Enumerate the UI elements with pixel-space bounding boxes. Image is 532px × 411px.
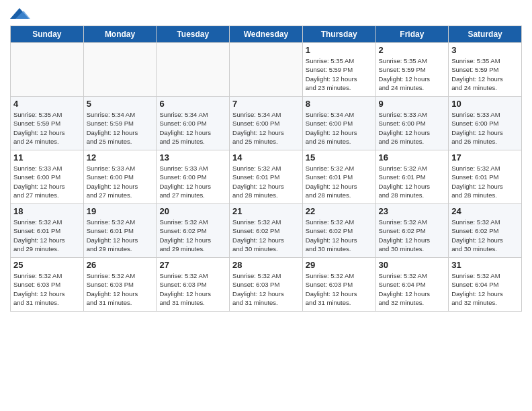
calendar-cell: 8Sunrise: 5:34 AMSunset: 6:00 PMDaylight… xyxy=(302,97,375,150)
calendar-cell: 20Sunrise: 5:32 AMSunset: 6:02 PMDayligh… xyxy=(157,204,230,258)
calendar-cell: 28Sunrise: 5:32 AMSunset: 6:03 PMDayligh… xyxy=(230,258,303,312)
day-number: 23 xyxy=(379,206,446,216)
calendar-cell: 27Sunrise: 5:32 AMSunset: 6:03 PMDayligh… xyxy=(157,258,230,312)
calendar-body: 1Sunrise: 5:35 AMSunset: 5:59 PMDaylight… xyxy=(11,43,522,312)
calendar-cell: 12Sunrise: 5:33 AMSunset: 6:00 PMDayligh… xyxy=(83,150,157,204)
day-number: 8 xyxy=(306,99,373,109)
day-number: 12 xyxy=(87,152,154,163)
calendar-cell: 7Sunrise: 5:34 AMSunset: 6:00 PMDaylight… xyxy=(230,97,303,150)
day-info: Sunrise: 5:33 AMSunset: 6:00 PMDaylight:… xyxy=(379,110,446,146)
calendar-cell: 18Sunrise: 5:32 AMSunset: 6:01 PMDayligh… xyxy=(11,204,84,258)
day-number: 24 xyxy=(451,206,519,216)
day-info: Sunrise: 5:33 AMSunset: 6:00 PMDaylight:… xyxy=(13,164,81,199)
calendar-cell: 25Sunrise: 5:32 AMSunset: 6:03 PMDayligh… xyxy=(11,258,84,312)
calendar-cell: 22Sunrise: 5:32 AMSunset: 6:02 PMDayligh… xyxy=(302,204,375,258)
day-info: Sunrise: 5:33 AMSunset: 6:00 PMDaylight:… xyxy=(87,164,154,199)
calendar-cell: 29Sunrise: 5:32 AMSunset: 6:03 PMDayligh… xyxy=(302,258,375,312)
day-info: Sunrise: 5:32 AMSunset: 6:01 PMDaylight:… xyxy=(232,164,300,199)
day-info: Sunrise: 5:32 AMSunset: 6:04 PMDaylight:… xyxy=(379,271,446,307)
day-info: Sunrise: 5:32 AMSunset: 6:02 PMDaylight:… xyxy=(306,218,373,253)
day-info: Sunrise: 5:32 AMSunset: 6:03 PMDaylight:… xyxy=(13,271,81,307)
day-info: Sunrise: 5:32 AMSunset: 6:03 PMDaylight:… xyxy=(306,271,373,307)
day-number: 13 xyxy=(159,152,226,163)
day-number: 28 xyxy=(232,260,300,270)
calendar-week-row: 11Sunrise: 5:33 AMSunset: 6:00 PMDayligh… xyxy=(11,150,522,204)
day-info: Sunrise: 5:32 AMSunset: 6:01 PMDaylight:… xyxy=(451,164,519,199)
day-info: Sunrise: 5:34 AMSunset: 5:59 PMDaylight:… xyxy=(87,110,154,146)
day-info: Sunrise: 5:34 AMSunset: 6:00 PMDaylight:… xyxy=(232,110,300,146)
calendar-cell xyxy=(83,43,157,97)
logo xyxy=(10,7,32,21)
day-info: Sunrise: 5:32 AMSunset: 6:03 PMDaylight:… xyxy=(87,271,154,307)
calendar-cell: 3Sunrise: 5:35 AMSunset: 5:59 PMDaylight… xyxy=(449,43,522,97)
calendar-cell: 11Sunrise: 5:33 AMSunset: 6:00 PMDayligh… xyxy=(11,150,84,204)
day-info: Sunrise: 5:32 AMSunset: 6:01 PMDaylight:… xyxy=(379,164,446,199)
calendar-cell xyxy=(11,43,84,97)
calendar-cell: 1Sunrise: 5:35 AMSunset: 5:59 PMDaylight… xyxy=(302,43,375,97)
day-info: Sunrise: 5:32 AMSunset: 6:02 PMDaylight:… xyxy=(232,218,300,253)
day-number: 30 xyxy=(379,260,446,270)
weekday-header-cell: Saturday xyxy=(449,26,522,43)
calendar-cell: 31Sunrise: 5:32 AMSunset: 6:04 PMDayligh… xyxy=(449,258,522,312)
calendar-cell: 24Sunrise: 5:32 AMSunset: 6:02 PMDayligh… xyxy=(449,204,522,258)
day-number: 2 xyxy=(379,45,446,55)
day-info: Sunrise: 5:34 AMSunset: 6:00 PMDaylight:… xyxy=(159,110,226,146)
calendar-cell: 5Sunrise: 5:34 AMSunset: 5:59 PMDaylight… xyxy=(83,97,157,150)
day-number: 26 xyxy=(87,260,154,270)
header xyxy=(10,7,522,21)
calendar-cell: 16Sunrise: 5:32 AMSunset: 6:01 PMDayligh… xyxy=(375,150,449,204)
day-info: Sunrise: 5:34 AMSunset: 6:00 PMDaylight:… xyxy=(306,110,373,146)
weekday-header-cell: Sunday xyxy=(11,26,84,43)
day-info: Sunrise: 5:32 AMSunset: 6:02 PMDaylight:… xyxy=(159,218,226,253)
day-number: 16 xyxy=(379,152,446,163)
page: SundayMondayTuesdayWednesdayThursdayFrid… xyxy=(0,0,532,411)
calendar-cell: 6Sunrise: 5:34 AMSunset: 6:00 PMDaylight… xyxy=(157,97,230,150)
weekday-header-row: SundayMondayTuesdayWednesdayThursdayFrid… xyxy=(11,26,522,43)
calendar-cell: 4Sunrise: 5:35 AMSunset: 5:59 PMDaylight… xyxy=(11,97,84,150)
calendar-week-row: 25Sunrise: 5:32 AMSunset: 6:03 PMDayligh… xyxy=(11,258,522,312)
day-number: 3 xyxy=(451,45,519,55)
weekday-header-cell: Tuesday xyxy=(157,26,230,43)
calendar-cell: 9Sunrise: 5:33 AMSunset: 6:00 PMDaylight… xyxy=(375,97,449,150)
day-info: Sunrise: 5:33 AMSunset: 6:00 PMDaylight:… xyxy=(159,164,226,199)
calendar-cell: 17Sunrise: 5:32 AMSunset: 6:01 PMDayligh… xyxy=(449,150,522,204)
day-info: Sunrise: 5:32 AMSunset: 6:01 PMDaylight:… xyxy=(306,164,373,199)
calendar-week-row: 4Sunrise: 5:35 AMSunset: 5:59 PMDaylight… xyxy=(11,97,522,150)
day-number: 29 xyxy=(306,260,373,270)
day-info: Sunrise: 5:35 AMSunset: 5:59 PMDaylight:… xyxy=(451,56,519,92)
calendar-cell: 14Sunrise: 5:32 AMSunset: 6:01 PMDayligh… xyxy=(230,150,303,204)
calendar-cell: 15Sunrise: 5:32 AMSunset: 6:01 PMDayligh… xyxy=(302,150,375,204)
day-info: Sunrise: 5:35 AMSunset: 5:59 PMDaylight:… xyxy=(13,110,81,146)
day-number: 7 xyxy=(232,99,300,109)
day-number: 1 xyxy=(306,45,373,55)
weekday-header-cell: Thursday xyxy=(302,26,375,43)
weekday-header-cell: Monday xyxy=(83,26,157,43)
day-number: 25 xyxy=(13,260,81,270)
day-number: 10 xyxy=(451,99,519,109)
day-number: 9 xyxy=(379,99,446,109)
calendar-cell xyxy=(157,43,230,97)
calendar-cell: 13Sunrise: 5:33 AMSunset: 6:00 PMDayligh… xyxy=(157,150,230,204)
day-info: Sunrise: 5:32 AMSunset: 6:01 PMDaylight:… xyxy=(87,218,154,253)
calendar-cell: 19Sunrise: 5:32 AMSunset: 6:01 PMDayligh… xyxy=(83,204,157,258)
day-number: 19 xyxy=(87,206,154,216)
calendar-week-row: 18Sunrise: 5:32 AMSunset: 6:01 PMDayligh… xyxy=(11,204,522,258)
calendar-cell: 10Sunrise: 5:33 AMSunset: 6:00 PMDayligh… xyxy=(449,97,522,150)
day-info: Sunrise: 5:35 AMSunset: 5:59 PMDaylight:… xyxy=(306,56,373,92)
weekday-header-cell: Wednesday xyxy=(230,26,303,43)
day-number: 31 xyxy=(451,260,519,270)
day-number: 27 xyxy=(159,260,226,270)
calendar-cell: 21Sunrise: 5:32 AMSunset: 6:02 PMDayligh… xyxy=(230,204,303,258)
calendar-cell xyxy=(230,43,303,97)
day-number: 15 xyxy=(306,152,373,163)
calendar-cell: 23Sunrise: 5:32 AMSunset: 6:02 PMDayligh… xyxy=(375,204,449,258)
day-info: Sunrise: 5:33 AMSunset: 6:00 PMDaylight:… xyxy=(451,110,519,146)
day-number: 14 xyxy=(232,152,300,163)
day-info: Sunrise: 5:32 AMSunset: 6:02 PMDaylight:… xyxy=(451,218,519,253)
day-number: 6 xyxy=(159,99,226,109)
day-number: 5 xyxy=(87,99,154,109)
day-info: Sunrise: 5:32 AMSunset: 6:01 PMDaylight:… xyxy=(13,218,81,253)
logo-icon xyxy=(10,7,30,21)
day-info: Sunrise: 5:32 AMSunset: 6:04 PMDaylight:… xyxy=(451,271,519,307)
calendar-table: SundayMondayTuesdayWednesdayThursdayFrid… xyxy=(10,26,522,312)
